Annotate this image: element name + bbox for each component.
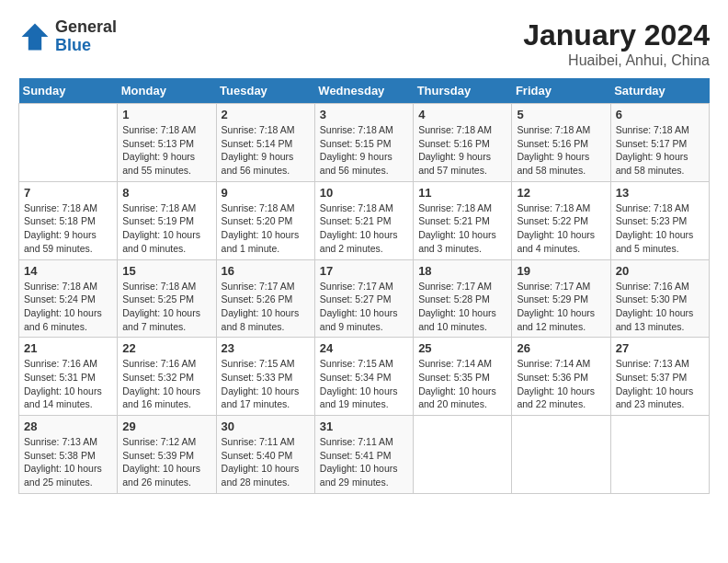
calendar-cell — [610, 416, 709, 494]
calendar-cell: 12 Sunrise: 7:18 AM Sunset: 5:22 PM Dayl… — [512, 181, 610, 259]
day-info: Sunrise: 7:18 AM Sunset: 5:22 PM Dayligh… — [517, 201, 605, 256]
page-title: January 2024 — [523, 18, 710, 52]
calendar-cell: 31 Sunrise: 7:11 AM Sunset: 5:41 PM Dayl… — [314, 416, 413, 494]
daylight: Daylight: 10 hours and 5 minutes. — [616, 229, 694, 254]
daylight: Daylight: 9 hours and 56 minutes. — [222, 151, 294, 176]
calendar-cell: 9 Sunrise: 7:18 AM Sunset: 5:20 PM Dayli… — [216, 181, 314, 259]
sunset: Sunset: 5:30 PM — [616, 293, 688, 304]
day-number: 1 — [122, 108, 210, 121]
page-header: General Blue January 2024 Huaibei, Anhui… — [18, 18, 710, 69]
sunset: Sunset: 5:35 PM — [418, 372, 490, 383]
daylight: Daylight: 10 hours and 2 minutes. — [320, 229, 398, 254]
daylight: Daylight: 10 hours and 26 minutes. — [122, 463, 200, 488]
calendar-cell: 26 Sunrise: 7:14 AM Sunset: 5:36 PM Dayl… — [512, 338, 610, 416]
calendar-cell: 10 Sunrise: 7:18 AM Sunset: 5:21 PM Dayl… — [314, 181, 413, 259]
day-info: Sunrise: 7:18 AM Sunset: 5:20 PM Dayligh… — [222, 201, 310, 256]
day-info: Sunrise: 7:16 AM Sunset: 5:31 PM Dayligh… — [24, 357, 112, 411]
page-subtitle: Huaibei, Anhui, China — [523, 52, 710, 69]
day-number: 18 — [418, 264, 506, 278]
sunrise: Sunrise: 7:11 AM — [222, 436, 295, 447]
weekday-header-row: SundayMondayTuesdayWednesdayThursdayFrid… — [19, 78, 710, 104]
daylight: Daylight: 10 hours and 4 minutes. — [517, 229, 595, 254]
day-number: 5 — [517, 108, 605, 121]
day-info: Sunrise: 7:14 AM Sunset: 5:35 PM Dayligh… — [418, 357, 506, 411]
day-number: 8 — [122, 186, 210, 200]
day-number: 12 — [517, 186, 605, 200]
daylight: Daylight: 10 hours and 17 minutes. — [222, 385, 300, 410]
day-number: 21 — [24, 341, 112, 355]
daylight: Daylight: 10 hours and 13 minutes. — [616, 307, 694, 332]
day-number: 30 — [222, 419, 310, 433]
daylight: Daylight: 10 hours and 29 minutes. — [320, 463, 398, 488]
sunrise: Sunrise: 7:16 AM — [122, 358, 196, 369]
sunset: Sunset: 5:31 PM — [24, 372, 96, 383]
calendar-cell: 7 Sunrise: 7:18 AM Sunset: 5:18 PM Dayli… — [19, 181, 118, 259]
logo-blue: Blue — [55, 36, 91, 54]
day-info: Sunrise: 7:18 AM Sunset: 5:21 PM Dayligh… — [418, 201, 506, 256]
day-number: 13 — [616, 186, 704, 200]
daylight: Daylight: 10 hours and 28 minutes. — [222, 463, 300, 488]
sunset: Sunset: 5:33 PM — [222, 372, 293, 383]
daylight: Daylight: 10 hours and 22 minutes. — [517, 385, 595, 410]
weekday-thursday: Thursday — [414, 78, 512, 104]
sunset: Sunset: 5:26 PM — [222, 293, 293, 304]
day-info: Sunrise: 7:17 AM Sunset: 5:27 PM Dayligh… — [320, 280, 408, 334]
sunset: Sunset: 5:13 PM — [122, 138, 194, 149]
sunrise: Sunrise: 7:14 AM — [418, 358, 492, 369]
calendar-cell: 4 Sunrise: 7:18 AM Sunset: 5:16 PM Dayli… — [414, 104, 512, 182]
calendar-cell: 11 Sunrise: 7:18 AM Sunset: 5:21 PM Dayl… — [414, 181, 512, 259]
day-info: Sunrise: 7:18 AM Sunset: 5:21 PM Dayligh… — [320, 201, 408, 256]
calendar-cell: 29 Sunrise: 7:12 AM Sunset: 5:39 PM Dayl… — [118, 416, 216, 494]
calendar-cell: 22 Sunrise: 7:16 AM Sunset: 5:32 PM Dayl… — [118, 338, 216, 416]
day-number: 28 — [24, 419, 112, 433]
day-number: 19 — [517, 264, 605, 278]
day-number: 29 — [122, 419, 210, 433]
daylight: Daylight: 10 hours and 10 minutes. — [418, 307, 496, 332]
sunrise: Sunrise: 7:18 AM — [24, 281, 97, 292]
calendar-cell: 3 Sunrise: 7:18 AM Sunset: 5:15 PM Dayli… — [314, 104, 413, 182]
logo: General Blue — [18, 18, 117, 55]
sunrise: Sunrise: 7:14 AM — [517, 358, 590, 369]
day-info: Sunrise: 7:17 AM Sunset: 5:26 PM Dayligh… — [222, 280, 310, 334]
day-number: 22 — [122, 341, 210, 355]
daylight: Daylight: 9 hours and 57 minutes. — [418, 151, 491, 176]
day-info: Sunrise: 7:14 AM Sunset: 5:36 PM Dayligh… — [517, 357, 605, 411]
sunrise: Sunrise: 7:18 AM — [122, 281, 196, 292]
calendar-header: SundayMondayTuesdayWednesdayThursdayFrid… — [19, 78, 710, 104]
sunset: Sunset: 5:29 PM — [517, 293, 588, 304]
sunrise: Sunrise: 7:13 AM — [616, 358, 689, 369]
daylight: Daylight: 10 hours and 25 minutes. — [24, 463, 102, 488]
day-number: 17 — [320, 264, 408, 278]
logo-general: General — [55, 17, 117, 36]
sunset: Sunset: 5:38 PM — [24, 450, 96, 461]
day-number: 3 — [320, 108, 408, 121]
day-info: Sunrise: 7:16 AM Sunset: 5:30 PM Dayligh… — [616, 280, 704, 334]
day-info: Sunrise: 7:16 AM Sunset: 5:32 PM Dayligh… — [122, 357, 210, 411]
svg-marker-0 — [22, 23, 49, 50]
day-number: 31 — [320, 419, 408, 433]
sunrise: Sunrise: 7:18 AM — [616, 202, 689, 213]
calendar-cell: 28 Sunrise: 7:13 AM Sunset: 5:38 PM Dayl… — [19, 416, 118, 494]
sunset: Sunset: 5:41 PM — [320, 450, 392, 461]
calendar-body: 1 Sunrise: 7:18 AM Sunset: 5:13 PM Dayli… — [19, 104, 710, 494]
sunrise: Sunrise: 7:18 AM — [320, 124, 393, 135]
day-info: Sunrise: 7:18 AM Sunset: 5:16 PM Dayligh… — [517, 123, 605, 178]
sunrise: Sunrise: 7:11 AM — [320, 436, 393, 447]
sunrise: Sunrise: 7:18 AM — [517, 202, 590, 213]
day-number: 10 — [320, 186, 408, 200]
calendar-cell: 21 Sunrise: 7:16 AM Sunset: 5:31 PM Dayl… — [19, 338, 118, 416]
sunset: Sunset: 5:20 PM — [222, 215, 293, 226]
sunrise: Sunrise: 7:18 AM — [24, 202, 97, 213]
sunrise: Sunrise: 7:12 AM — [122, 436, 196, 447]
week-row-2: 7 Sunrise: 7:18 AM Sunset: 5:18 PM Dayli… — [19, 181, 710, 259]
day-number: 14 — [24, 264, 112, 278]
calendar-cell: 5 Sunrise: 7:18 AM Sunset: 5:16 PM Dayli… — [512, 104, 610, 182]
day-info: Sunrise: 7:18 AM Sunset: 5:18 PM Dayligh… — [24, 201, 112, 256]
daylight: Daylight: 9 hours and 58 minutes. — [616, 151, 688, 176]
day-info: Sunrise: 7:15 AM Sunset: 5:33 PM Dayligh… — [222, 357, 310, 411]
weekday-friday: Friday — [512, 78, 610, 104]
day-info: Sunrise: 7:13 AM Sunset: 5:37 PM Dayligh… — [616, 357, 704, 411]
calendar-table: SundayMondayTuesdayWednesdayThursdayFrid… — [18, 78, 710, 494]
sunset: Sunset: 5:32 PM — [122, 372, 194, 383]
sunset: Sunset: 5:27 PM — [320, 293, 392, 304]
